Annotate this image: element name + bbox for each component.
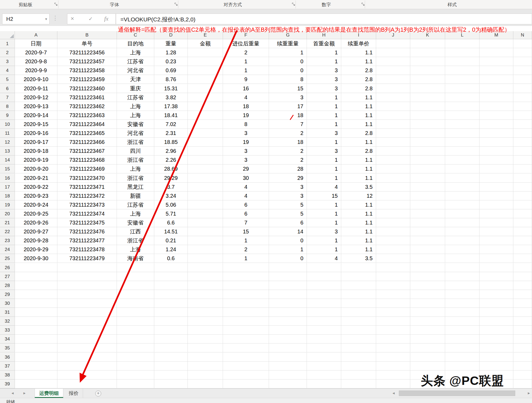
cell-data[interactable]: 2020-9-16 bbox=[15, 129, 57, 138]
cell-data[interactable]: 9 bbox=[223, 75, 269, 84]
cell[interactable] bbox=[269, 326, 307, 335]
cell[interactable] bbox=[223, 326, 269, 335]
cell-data[interactable]: 732111223467 bbox=[57, 147, 117, 156]
cell[interactable] bbox=[445, 335, 480, 343]
cell[interactable] bbox=[154, 379, 188, 388]
cell[interactable] bbox=[445, 183, 480, 191]
cell[interactable] bbox=[513, 39, 532, 48]
cell[interactable] bbox=[188, 281, 223, 290]
cell[interactable] bbox=[154, 317, 188, 326]
cell[interactable] bbox=[480, 218, 513, 227]
cell-data[interactable]: 1.1 bbox=[341, 57, 376, 66]
cell-data[interactable]: 30 bbox=[223, 174, 269, 183]
cell[interactable] bbox=[341, 263, 376, 272]
cell[interactable] bbox=[410, 75, 445, 84]
cell[interactable] bbox=[117, 371, 154, 379]
cell[interactable] bbox=[376, 281, 410, 290]
cell[interactable] bbox=[513, 111, 532, 120]
row-header-29[interactable]: 29 bbox=[0, 290, 15, 299]
cell[interactable] bbox=[480, 174, 513, 183]
cell-data[interactable] bbox=[188, 227, 223, 236]
cell-data[interactable]: 1.1 bbox=[341, 227, 376, 236]
cell-data[interactable]: 2 bbox=[223, 245, 269, 254]
cell[interactable] bbox=[188, 308, 223, 317]
cell-data[interactable]: 上海 bbox=[117, 164, 154, 173]
cell-data[interactable]: 2020-9-9 bbox=[15, 66, 57, 75]
cell-data[interactable]: 2 bbox=[269, 156, 307, 164]
cell-data[interactable]: 2.8 bbox=[341, 66, 376, 75]
cell[interactable] bbox=[410, 102, 445, 111]
cell[interactable] bbox=[376, 129, 410, 138]
cell[interactable] bbox=[480, 84, 513, 93]
cell-data[interactable]: 2020-9-25 bbox=[15, 209, 57, 218]
cell[interactable] bbox=[480, 227, 513, 236]
cell[interactable] bbox=[445, 174, 480, 183]
cell-data[interactable]: 29 bbox=[223, 164, 269, 173]
cell[interactable] bbox=[307, 379, 341, 388]
cell-header[interactable]: 首重金额 bbox=[307, 39, 341, 48]
row-header-17[interactable]: 17 bbox=[0, 183, 15, 191]
cell-data[interactable]: 1 bbox=[307, 245, 341, 254]
cell-data[interactable]: 3 bbox=[307, 75, 341, 84]
cell[interactable] bbox=[15, 281, 57, 290]
cell[interactable] bbox=[410, 129, 445, 138]
cell[interactable] bbox=[513, 120, 532, 129]
cell[interactable] bbox=[513, 227, 532, 236]
cell[interactable] bbox=[513, 93, 532, 102]
cell[interactable] bbox=[188, 335, 223, 343]
cell[interactable] bbox=[376, 164, 410, 173]
cell[interactable] bbox=[410, 272, 445, 281]
cell[interactable] bbox=[307, 343, 341, 352]
cell[interactable] bbox=[269, 290, 307, 299]
row-header-6[interactable]: 6 bbox=[0, 84, 15, 93]
cell-data[interactable]: 2020-9-23 bbox=[15, 191, 57, 200]
cell[interactable] bbox=[154, 281, 188, 290]
cell[interactable] bbox=[513, 147, 532, 156]
cell[interactable] bbox=[513, 156, 532, 164]
cell[interactable] bbox=[154, 290, 188, 299]
cell[interactable] bbox=[513, 335, 532, 343]
cell[interactable] bbox=[117, 362, 154, 371]
cell-header[interactable]: 金额 bbox=[188, 39, 223, 48]
cell-data[interactable]: 0.21 bbox=[154, 236, 188, 245]
cell-data[interactable]: 1 bbox=[269, 48, 307, 57]
cell[interactable] bbox=[15, 317, 57, 326]
cell-data[interactable]: 5 bbox=[269, 209, 307, 218]
cell[interactable] bbox=[57, 371, 117, 379]
cell[interactable] bbox=[57, 272, 117, 281]
cell-data[interactable]: 732111223474 bbox=[57, 209, 117, 218]
cell[interactable] bbox=[341, 290, 376, 299]
cell-data[interactable]: 1.28 bbox=[154, 48, 188, 57]
cell-data[interactable]: 28 bbox=[269, 164, 307, 173]
cell[interactable] bbox=[154, 362, 188, 371]
sheet-nav-next-icon[interactable]: ► bbox=[23, 391, 26, 395]
cell[interactable] bbox=[223, 272, 269, 281]
cell-header[interactable]: 日期 bbox=[15, 39, 57, 48]
cell-data[interactable]: 732111223479 bbox=[57, 254, 117, 263]
cell-data[interactable]: 0.6 bbox=[154, 254, 188, 263]
cell[interactable] bbox=[513, 362, 532, 371]
cell[interactable] bbox=[15, 263, 57, 272]
cell[interactable] bbox=[376, 290, 410, 299]
cell[interactable] bbox=[307, 281, 341, 290]
cell[interactable] bbox=[410, 39, 445, 48]
dialog-launcher-icon[interactable] bbox=[292, 2, 295, 6]
cell-data[interactable]: 1 bbox=[223, 57, 269, 66]
cell[interactable] bbox=[445, 281, 480, 290]
cell[interactable] bbox=[307, 353, 341, 362]
cell[interactable] bbox=[480, 353, 513, 362]
column-header-B[interactable]: B bbox=[57, 31, 117, 39]
cell-data[interactable]: 3 bbox=[223, 156, 269, 164]
cell[interactable] bbox=[117, 272, 154, 281]
row-header-26[interactable]: 26 bbox=[0, 263, 15, 272]
cell-data[interactable]: 1.24 bbox=[154, 245, 188, 254]
cell-data[interactable] bbox=[188, 129, 223, 138]
cell-data[interactable]: 2020-9-17 bbox=[15, 138, 57, 147]
cell-data[interactable] bbox=[188, 75, 223, 84]
cell-data[interactable]: 4 bbox=[307, 254, 341, 263]
cell[interactable] bbox=[410, 236, 445, 245]
cell[interactable] bbox=[376, 317, 410, 326]
cell[interactable] bbox=[154, 343, 188, 352]
cell[interactable] bbox=[410, 227, 445, 236]
cell-data[interactable]: 安徽省 bbox=[117, 120, 154, 129]
